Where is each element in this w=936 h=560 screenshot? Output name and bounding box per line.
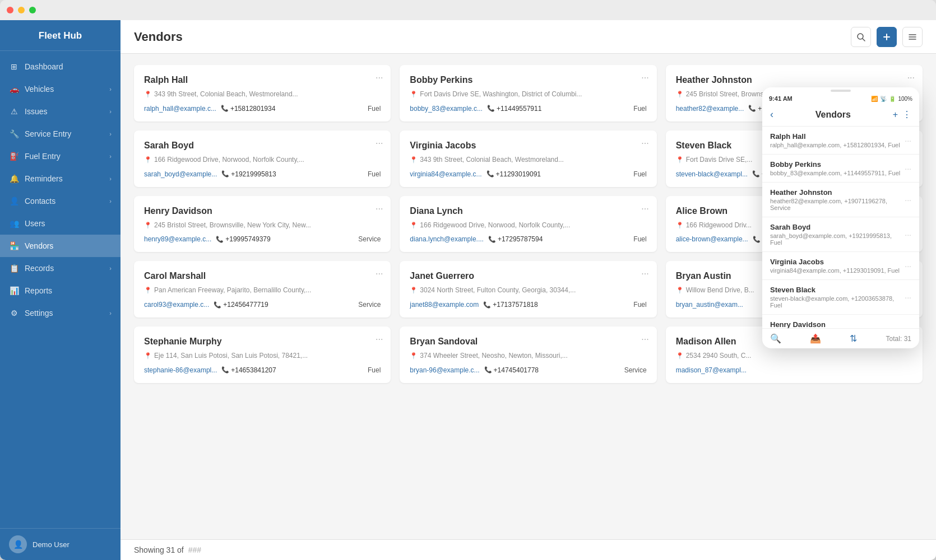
vendor-email[interactable]: ralph_hall@example.c... (144, 105, 216, 113)
phone-icon: 📞 (486, 170, 494, 178)
maximize-button[interactable] (29, 7, 36, 13)
card-footer: ralph_hall@example.c... 📞 +15812801934 F… (144, 105, 381, 113)
sidebar-item-settings[interactable]: ⚙ Settings › (0, 302, 121, 324)
mobile-list-item[interactable]: Ralph Hall ralph_hall@example.com, +1581… (762, 127, 919, 155)
vendor-email[interactable]: henry89@example.c... (144, 235, 211, 243)
mobile-export-icon[interactable]: 📤 (810, 333, 821, 344)
vendor-card[interactable]: ··· Stephanie Murphy 📍 Eje 114, San Luis… (134, 326, 391, 383)
page-title: Vendors (134, 30, 183, 44)
sidebar-item-vehicles[interactable]: 🚗 Vehicles › (0, 78, 121, 100)
vendor-card[interactable]: ··· Virginia Jacobs 📍 343 9th Street, Co… (400, 130, 656, 187)
mobile-list-item[interactable]: Steven Black steven-black@example.com, +… (762, 280, 919, 315)
card-footer: madison_87@exampl... (676, 366, 912, 374)
card-footer: stephanie-86@exampl... 📞 +14653841207 Fu… (144, 366, 381, 374)
mobile-item-menu[interactable]: ··· (905, 164, 911, 173)
sidebar-item-vendors[interactable]: 🏪 Vendors (0, 235, 121, 257)
sidebar-label-issues: Issues (25, 107, 104, 116)
vendor-phone: 📞 +11449557911 (487, 105, 541, 113)
search-icon (856, 32, 865, 41)
vendor-email[interactable]: stephanie-86@exampl... (144, 366, 217, 374)
phone-icon: 📞 (221, 366, 229, 374)
sidebar-item-reminders[interactable]: 🔔 Reminders › (0, 167, 121, 190)
mobile-list-item[interactable]: Heather Johnston heather82@example.com, … (762, 183, 919, 217)
card-menu-button[interactable]: ··· (376, 73, 383, 83)
vendor-type: Service (358, 235, 381, 243)
mobile-item-menu[interactable]: ··· (905, 230, 911, 239)
vendor-email[interactable]: madison_87@exampl... (676, 366, 747, 374)
card-menu-button[interactable]: ··· (376, 138, 383, 148)
mobile-item-menu[interactable]: ··· (905, 293, 911, 302)
vendor-phone: 📞 +17295787594 (488, 235, 543, 243)
vendor-email[interactable]: janet88@example.com (410, 301, 479, 309)
mobile-item-detail: steven-black@example.com, +12003653878, … (770, 295, 905, 309)
vendor-address: 📍 245 Bristol Street, Brownsville, New Y… (144, 221, 381, 230)
vendor-name: Stephanie Murphy (144, 337, 381, 347)
card-menu-button[interactable]: ··· (641, 269, 648, 279)
vendor-address: 📍 2534 2940 South, C... (676, 351, 912, 361)
mobile-item-info: Heather Johnston heather82@example.com, … (770, 188, 905, 211)
vendor-card[interactable]: ··· Henry Davidson 📍 245 Bristol Street,… (134, 196, 391, 253)
vendor-card[interactable]: ··· Sarah Boyd 📍 166 Ridgewood Drive, No… (134, 130, 391, 187)
card-menu-button[interactable]: ··· (641, 73, 648, 83)
mobile-item-menu[interactable]: ··· (905, 262, 911, 270)
sidebar-nav: ⊞ Dashboard 🚗 Vehicles › ⚠ Issues › 🔧 Se… (0, 51, 121, 528)
location-icon: 📍 (676, 286, 684, 295)
add-vendor-button[interactable] (877, 27, 897, 47)
phone-icon: 📞 (221, 105, 229, 112)
signal-icon: 📶 (871, 96, 878, 102)
mobile-item-info: Henry Davidson henry89@example.com, +199… (770, 320, 905, 328)
vendor-email[interactable]: sarah_boyd@example... (144, 170, 217, 178)
mobile-item-menu[interactable]: ··· (905, 195, 911, 204)
vendor-email[interactable]: heather82@example... (676, 105, 744, 113)
vendor-email[interactable]: diana.lynch@example.... (410, 235, 484, 243)
vendor-email[interactable]: steven-black@exampl... (676, 170, 748, 178)
mobile-item-menu[interactable]: ··· (905, 324, 911, 329)
location-icon: 📍 (144, 352, 152, 360)
sidebar-item-dashboard[interactable]: ⊞ Dashboard (0, 55, 121, 78)
card-menu-button[interactable]: ··· (641, 138, 648, 148)
mobile-list-item[interactable]: Henry Davidson henry89@example.com, +199… (762, 315, 919, 328)
vendor-email[interactable]: carol93@example.c... (144, 301, 209, 309)
sidebar-item-issues[interactable]: ⚠ Issues › (0, 100, 121, 123)
mobile-item-name: Steven Black (770, 286, 905, 294)
sidebar-item-records[interactable]: 📋 Records › (0, 257, 121, 279)
sidebar-item-reports[interactable]: 📊 Reports (0, 279, 121, 302)
mobile-list-item[interactable]: Virginia Jacobs virginia84@example.com, … (762, 252, 919, 280)
card-menu-button[interactable]: ··· (641, 204, 648, 214)
sidebar-item-users[interactable]: 👥 Users (0, 212, 121, 235)
sidebar-label-settings: Settings (25, 309, 104, 318)
vendor-email[interactable]: bryan_austin@exam... (676, 301, 743, 309)
card-menu-button[interactable]: ··· (376, 334, 383, 344)
phone-icon: 📞 (487, 105, 495, 112)
card-menu-button[interactable]: ··· (376, 204, 383, 214)
mobile-search-icon[interactable]: 🔍 (770, 333, 781, 344)
vendor-card[interactable]: ··· Janet Guerrero 📍 3024 North Street, … (400, 261, 656, 318)
mobile-list-item[interactable]: Bobby Perkins bobby_83@example.com, +114… (762, 155, 919, 183)
menu-button[interactable] (902, 27, 923, 47)
vendor-email[interactable]: bryan-96@example.c... (410, 366, 479, 374)
vendor-name: Henry Davidson (144, 206, 381, 216)
card-menu-button[interactable]: ··· (376, 269, 383, 279)
vendor-card[interactable]: ··· Bobby Perkins 📍 Fort Davis Drive SE,… (400, 65, 656, 122)
sidebar-item-contacts[interactable]: 👤 Contacts › (0, 190, 121, 212)
vendor-card[interactable]: ··· Ralph Hall 📍 343 9th Street, Colonia… (134, 65, 391, 122)
mobile-list-item[interactable]: Sarah Boyd sarah_boyd@example.com, +1921… (762, 217, 919, 252)
card-menu-button[interactable]: ··· (907, 73, 915, 83)
card-menu-button[interactable]: ··· (641, 334, 648, 344)
vendor-card[interactable]: ··· Diana Lynch 📍 166 Ridgewood Drive, N… (400, 196, 656, 253)
vendor-card[interactable]: ··· Bryan Sandoval 📍 374 Wheeler Street,… (400, 326, 656, 383)
sidebar-item-service-entry[interactable]: 🔧 Service Entry › (0, 123, 121, 145)
search-button[interactable] (851, 27, 871, 47)
close-button[interactable] (7, 7, 13, 13)
vendor-email[interactable]: alice-brown@example... (676, 235, 748, 243)
mobile-item-menu[interactable]: ··· (905, 136, 911, 145)
vendor-email[interactable]: virginia84@example.c... (410, 170, 481, 178)
mobile-item-detail: virginia84@example.com, +11293019091, Fu… (770, 267, 905, 274)
mobile-sort-icon[interactable]: ⇅ (850, 333, 857, 344)
mobile-add-button[interactable]: + (893, 110, 898, 120)
sidebar-item-fuel-entry[interactable]: ⛽ Fuel Entry › (0, 145, 121, 167)
mobile-more-button[interactable]: ⋮ (902, 109, 911, 120)
vendor-card[interactable]: ··· Carol Marshall 📍 Pan American Freewa… (134, 261, 391, 318)
minimize-button[interactable] (18, 7, 25, 13)
vendor-email[interactable]: bobby_83@example.c... (410, 105, 483, 113)
